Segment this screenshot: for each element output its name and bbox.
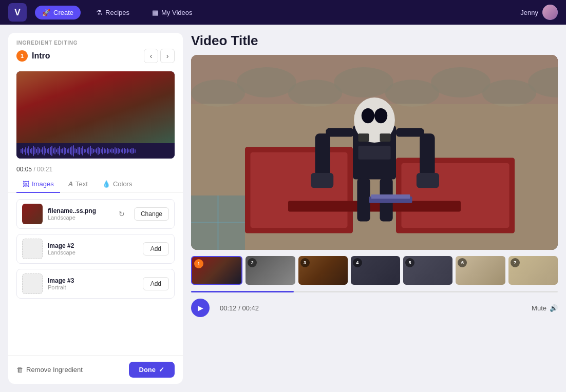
mute-icon: 🔊 <box>550 304 558 312</box>
image-thumbnail-2 <box>22 239 43 259</box>
svg-rect-20 <box>359 133 369 142</box>
colors-tab-icon: 💧 <box>102 180 110 188</box>
ingredient-tabs: 🖼 Images A Text 💧 Colors <box>8 176 183 193</box>
player-current-time: 00:12 <box>220 304 237 312</box>
svg-point-5 <box>334 67 393 97</box>
image-type-1: Landscape <box>48 214 109 221</box>
svg-point-6 <box>385 80 439 107</box>
ingredient-name: Intro <box>32 51 50 61</box>
rocket-icon: 🚀 <box>42 9 50 16</box>
videos-icon: ▦ <box>152 9 158 16</box>
progress-track <box>191 291 558 292</box>
svg-rect-25 <box>315 133 330 177</box>
svg-rect-23 <box>326 128 354 137</box>
user-name: Jenny <box>520 9 538 16</box>
progress-fill <box>191 291 294 292</box>
time-display: 00:05 / 00:21 <box>8 163 183 176</box>
thumbnail-num-4: 4 <box>353 258 362 267</box>
image-type-2: Landscape <box>48 249 138 256</box>
image-name-2: Image #2 <box>48 242 138 249</box>
main-video-content <box>191 55 558 250</box>
svg-point-2 <box>191 80 245 107</box>
robot-scene-svg <box>191 55 558 250</box>
thumbnail-1[interactable]: 1 <box>191 256 242 285</box>
thumbnail-5[interactable]: 5 <box>403 256 452 285</box>
play-button[interactable]: ▶ <box>191 299 210 317</box>
main-layout: INGREDIENT EDITING 1 Intro ‹ › <box>0 25 566 392</box>
ingredient-video-thumbnail <box>16 71 175 159</box>
image-type-3: Portrait <box>48 284 138 290</box>
top-navigation: V 🚀 Create ⚗ Recipes ▦ My Videos Jenny <box>0 0 566 25</box>
tab-text[interactable]: A Text <box>62 176 94 193</box>
avatar <box>542 5 558 20</box>
image-info-3: Image #3 Portrait <box>48 277 138 290</box>
thumbnail-3[interactable]: 3 <box>298 256 348 285</box>
svg-rect-12 <box>251 152 348 228</box>
image-item: filename..ss.png Landscape ↻ Change <box>16 199 175 229</box>
image-item: Image #2 Landscape Add <box>16 234 175 264</box>
right-panel: Video Title <box>191 33 558 384</box>
user-area[interactable]: Jenny <box>520 5 558 20</box>
remove-ingredient-button[interactable]: 🗑 Remove Ingredient <box>16 366 83 374</box>
svg-rect-24 <box>396 128 424 137</box>
svg-rect-21 <box>380 133 391 142</box>
waveform <box>16 143 175 159</box>
my-videos-button[interactable]: ▦ My Videos <box>145 6 199 19</box>
recipes-button[interactable]: ⚗ Recipes <box>89 6 137 19</box>
total-time: / 00:21 <box>33 166 52 173</box>
image-info-1: filename..ss.png Landscape <box>48 207 109 221</box>
change-image-button[interactable]: Change <box>134 207 169 221</box>
progress-container[interactable] <box>191 291 558 292</box>
thumbnails-strip: 1 2 3 4 5 6 7 <box>191 256 558 285</box>
thumbnail-6[interactable]: 6 <box>456 256 505 285</box>
image-name-1: filename..ss.png <box>48 207 109 214</box>
image-item: Image #3 Portrait Add <box>16 269 175 299</box>
ingredient-number: 1 <box>16 50 28 62</box>
player-controls: ▶ 00:12 / 00:42 Mute 🔊 <box>191 299 558 317</box>
video-preview-image <box>16 71 175 143</box>
image-list: filename..ss.png Landscape ↻ Change Imag… <box>8 193 183 355</box>
mute-label: Mute <box>532 304 546 312</box>
next-ingredient-button[interactable]: › <box>160 49 175 63</box>
svg-point-8 <box>482 80 536 107</box>
thumbnail-num-5: 5 <box>405 258 414 267</box>
svg-rect-28 <box>417 173 439 188</box>
prev-ingredient-button[interactable]: ‹ <box>144 49 158 63</box>
current-time: 00:05 <box>16 166 32 173</box>
image-thumbnail-1 <box>22 204 43 224</box>
done-button[interactable]: Done ✓ <box>129 362 175 378</box>
cycle-icon: ↻ <box>115 207 129 221</box>
tab-colors[interactable]: 💧 Colors <box>96 176 139 193</box>
text-tab-icon: A <box>68 180 73 188</box>
thumbnail-4[interactable]: 4 <box>351 256 400 285</box>
add-image-button-2[interactable]: Add <box>143 242 169 256</box>
svg-rect-22 <box>359 146 391 159</box>
svg-point-18 <box>362 108 374 123</box>
trash-icon: 🗑 <box>16 366 23 374</box>
svg-point-4 <box>288 80 342 107</box>
thumbnail-num-2: 2 <box>248 258 257 267</box>
svg-point-3 <box>237 67 296 97</box>
panel-footer: 🗑 Remove Ingredient Done ✓ <box>8 355 183 384</box>
thumbnail-badge-1: 1 <box>194 259 203 268</box>
video-title: Video Title <box>191 33 558 49</box>
svg-point-19 <box>374 108 387 123</box>
thumbnail-2[interactable]: 2 <box>246 256 295 285</box>
player-total-time: 00:42 <box>242 304 259 312</box>
create-button[interactable]: 🚀 Create <box>35 6 81 19</box>
tab-images[interactable]: 🖼 Images <box>16 176 60 193</box>
svg-rect-27 <box>311 173 333 188</box>
svg-point-7 <box>431 67 490 97</box>
svg-rect-14 <box>402 163 510 228</box>
play-icon: ▶ <box>198 304 203 312</box>
add-image-button-3[interactable]: Add <box>143 277 169 290</box>
svg-rect-32 <box>371 194 410 199</box>
section-label: INGREDIENT EDITING <box>16 40 175 46</box>
thumbnail-7[interactable]: 7 <box>508 256 558 285</box>
check-icon: ✓ <box>159 366 164 374</box>
nav-arrows: ‹ › <box>144 49 175 63</box>
image-thumbnail-3 <box>22 273 43 294</box>
svg-rect-26 <box>420 133 435 177</box>
ingredient-title: 1 Intro <box>16 50 50 62</box>
mute-control[interactable]: Mute 🔊 <box>532 304 558 312</box>
